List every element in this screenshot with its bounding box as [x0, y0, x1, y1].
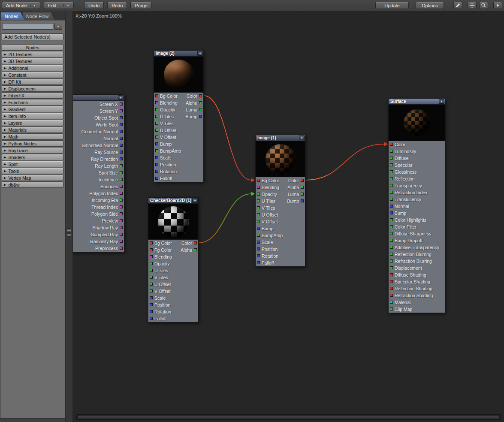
node-graph-canvas[interactable]: X:-20 Y:0 Zoom:100% Input▼Screen XScreen…	[73, 11, 504, 422]
tab-node-flow[interactable]: Node Flow	[23, 12, 55, 20]
sidebar-item-spot[interactable]: ▶Spot	[2, 161, 63, 167]
port-in-blending[interactable]	[257, 186, 260, 189]
port-out-screen-x[interactable]	[120, 102, 123, 106]
port-out-world-spot[interactable]	[120, 123, 123, 126]
update-button[interactable]: Update	[375, 2, 409, 9]
port-in-rotation[interactable]	[257, 254, 260, 257]
port-in-bumpamp[interactable]	[155, 149, 158, 152]
sidebar-item-3d-textures[interactable]: ▶3D Textures	[2, 58, 63, 64]
port-in-bg-color[interactable]	[155, 94, 158, 97]
port-in-reflection[interactable]	[390, 177, 393, 180]
sidebar-item-python-nodes[interactable]: ▶Python Nodes	[2, 140, 63, 147]
port-in-color[interactable]	[390, 143, 393, 146]
port-in-bump[interactable]	[390, 211, 393, 214]
port-in-position[interactable]	[155, 163, 158, 166]
port-out-ray-direction[interactable]	[120, 157, 123, 160]
port-in-opacity[interactable]	[155, 108, 158, 111]
node-menu-button[interactable]: ▼	[192, 198, 198, 203]
port-in-u-tiles[interactable]	[155, 115, 158, 118]
panel-splitter[interactable]	[65, 11, 73, 422]
sidebar-item-item-info[interactable]: ▶Item Info	[2, 113, 63, 119]
horizontal-scrollbar-thumb[interactable]	[77, 415, 500, 419]
port-out-smoothed-normal[interactable]	[120, 144, 123, 147]
add-selected-nodes-button[interactable]: Add Selected Node(s)	[2, 33, 63, 40]
sidebar-item-displacement[interactable]: ▶Displacement	[2, 85, 63, 92]
sidebar-item-shaders[interactable]: ▶Shaders	[2, 154, 63, 160]
node-checker[interactable]: CheckerBoard2D (1)▼Bg ColorColorFg Color…	[148, 197, 199, 323]
node-menu-button[interactable]: ▼	[118, 95, 124, 100]
node-image2[interactable]: Image (2)▼Bg ColorColorBlendingAlphaOpac…	[154, 50, 204, 182]
port-in-bump[interactable]	[257, 227, 260, 230]
port-in-u-offset[interactable]	[155, 129, 158, 132]
search-input[interactable]	[2, 23, 53, 30]
port-in-blending[interactable]	[150, 255, 153, 258]
port-in-refraction-index[interactable]	[390, 191, 393, 194]
redo-button[interactable]: Redo	[107, 2, 127, 9]
port-in-diffuse-shading[interactable]	[390, 273, 393, 276]
port-in-blending[interactable]	[155, 101, 158, 104]
port-out-polygon-side[interactable]	[120, 212, 123, 215]
port-in-falloff[interactable]	[257, 261, 260, 264]
search-dropdown-button[interactable]: ▼	[54, 23, 62, 30]
sidebar-item-db-w[interactable]: ▶db&w	[2, 181, 63, 188]
sidebar-item-constant[interactable]: ▶Constant	[2, 72, 63, 78]
port-in-rotation[interactable]	[150, 310, 153, 313]
port-in-additive-transparency[interactable]	[390, 246, 393, 249]
port-out-luma[interactable]	[199, 108, 202, 111]
port-in-fg-color[interactable]	[150, 248, 153, 251]
port-in-displacement[interactable]	[390, 266, 393, 269]
port-in-reflection-shading[interactable]	[390, 287, 393, 290]
port-out-incoming-eta[interactable]	[120, 199, 123, 202]
port-in-v-tiles[interactable]	[155, 122, 158, 125]
port-in-u-tiles[interactable]	[150, 269, 153, 272]
node-input[interactable]: Input▼Screen XScreen YObject SpotWorld S…	[73, 94, 124, 252]
port-out-color[interactable]	[301, 179, 304, 182]
port-in-rotation[interactable]	[155, 170, 158, 173]
port-in-color-filter[interactable]	[390, 225, 393, 228]
port-out-luma[interactable]	[301, 193, 304, 196]
port-out-bounces[interactable]	[120, 185, 123, 188]
port-out-shadow-ray[interactable]	[120, 226, 123, 229]
purge-button[interactable]: Purge	[130, 2, 151, 9]
node-titlebar[interactable]: Image (2)▼	[154, 51, 203, 57]
edit-button[interactable]: Edit▼	[44, 2, 74, 9]
port-out-color[interactable]	[194, 241, 197, 244]
sidebar-item-math[interactable]: ▶Math	[2, 133, 63, 140]
port-in-v-tiles[interactable]	[150, 276, 153, 279]
port-in-diffuse-sharpness[interactable]	[390, 232, 393, 235]
port-in-v-offset[interactable]	[155, 136, 158, 139]
port-out-alpha[interactable]	[199, 101, 202, 104]
port-in-opacity[interactable]	[150, 262, 153, 265]
node-titlebar[interactable]: Surface▼	[389, 99, 445, 105]
port-in-scale[interactable]	[150, 296, 153, 299]
port-in-bg-color[interactable]	[150, 241, 153, 244]
port-in-clip-map[interactable]	[390, 307, 393, 310]
sidebar-item-fiberfx[interactable]: ▶FiberFX	[2, 92, 63, 99]
tab-nodes[interactable]: Nodes	[1, 12, 24, 20]
port-out-color[interactable]	[199, 94, 202, 97]
port-in-v-offset[interactable]	[257, 220, 260, 223]
add-node-button[interactable]: Add Node▼	[2, 2, 40, 9]
port-in-translucency[interactable]	[390, 198, 393, 201]
sidebar-item-functions[interactable]: ▶Functions	[2, 99, 63, 106]
port-in-glossiness[interactable]	[390, 170, 393, 173]
port-in-transparency[interactable]	[390, 184, 393, 187]
port-out-polygon-index[interactable]	[120, 192, 123, 195]
port-out-sampled-ray[interactable]	[120, 233, 123, 236]
node-menu-button[interactable]: ▼	[197, 51, 203, 56]
port-in-bump-dropoff[interactable]	[390, 239, 393, 242]
port-in-bump[interactable]	[155, 142, 158, 145]
port-in-position[interactable]	[150, 303, 153, 306]
port-in-scale[interactable]	[155, 156, 158, 159]
node-titlebar[interactable]: CheckerBoard2D (1)▼	[148, 198, 198, 204]
sidebar-item-2d-textures[interactable]: ▶2D Textures	[2, 51, 63, 57]
sidebar-item-layers[interactable]: ▶Layers	[2, 120, 63, 126]
port-in-specular-shading[interactable]	[390, 280, 393, 283]
node-titlebar[interactable]: Image (1)▼	[256, 135, 305, 141]
port-in-opacity[interactable]	[257, 193, 260, 196]
node-titlebar[interactable]: Input▼	[73, 95, 124, 101]
port-out-bump[interactable]	[301, 199, 304, 202]
port-in-bumpamp[interactable]	[257, 234, 260, 237]
sidebar-item-vertex-map[interactable]: ▶Vertex Map	[2, 175, 63, 181]
port-in-v-offset[interactable]	[150, 289, 153, 292]
